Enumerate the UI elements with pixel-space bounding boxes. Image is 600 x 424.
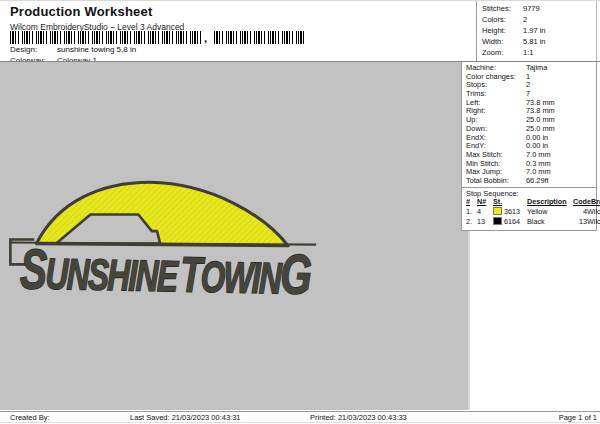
production-worksheet-page: Production Worksheet Wilcom EmbroiderySt… bbox=[0, 0, 600, 424]
thread-color-swatch-black bbox=[493, 217, 502, 225]
design-value: sunshine towing 5,8 in bbox=[57, 45, 136, 54]
footer-created-by: Created By: bbox=[10, 413, 50, 422]
stat-height: Height:1.97 in bbox=[482, 26, 596, 37]
stop-sequence-row: 2. 13 6164 Black 13 Wilcom bbox=[466, 217, 594, 227]
design-canvas: SUNSHINETOWING bbox=[0, 62, 470, 410]
machine-info-panel: Machine:Tajima Color changes:1 Stops:2 T… bbox=[461, 62, 597, 231]
stop-sequence-header-row: # N# St. Description Code Brand bbox=[466, 198, 594, 207]
barcode-separator: , bbox=[204, 32, 207, 44]
stat-colors: Colors:2 bbox=[482, 15, 596, 26]
thread-color-swatch-yellow bbox=[493, 207, 502, 215]
page-bottom-edge bbox=[0, 422, 600, 423]
footer-last-saved: Last Saved: 21/03/2023 00:43:31 bbox=[130, 413, 241, 422]
stat-zoom: Zoom:1:1 bbox=[482, 48, 596, 59]
page-title: Production Worksheet bbox=[10, 4, 152, 19]
stop-sequence-divider bbox=[462, 187, 596, 188]
design-field: Design:sunshine towing 5,8 in bbox=[10, 45, 136, 54]
footer-page-number: Page 1 of 1 bbox=[559, 413, 597, 422]
info-total-bobbin: Total Bobbin:66.29ft bbox=[466, 177, 594, 186]
footer-divider bbox=[0, 411, 600, 412]
barcode-icon bbox=[214, 31, 306, 44]
stop-sequence-table: # N# St. Description Code Brand 1. 4 361… bbox=[466, 198, 594, 226]
design-stats-box: Stitches:9779 Colors:2 Height:1.97 in Wi… bbox=[476, 1, 597, 61]
stat-width: Width:5.81 in bbox=[482, 37, 596, 48]
design-label: Design: bbox=[10, 45, 57, 54]
sunshine-towing-logo: SUNSHINETOWING bbox=[0, 176, 400, 306]
barcode-icon bbox=[10, 31, 203, 44]
stat-stitches: Stitches:9779 bbox=[482, 4, 596, 15]
logo-text: SUNSHINETOWING bbox=[20, 238, 312, 306]
footer-printed: Printed: 21/03/2023 00:43:33 bbox=[310, 413, 407, 422]
stop-sequence-row: 1. 4 3613 Yellow 4 Wilcom bbox=[466, 207, 594, 217]
